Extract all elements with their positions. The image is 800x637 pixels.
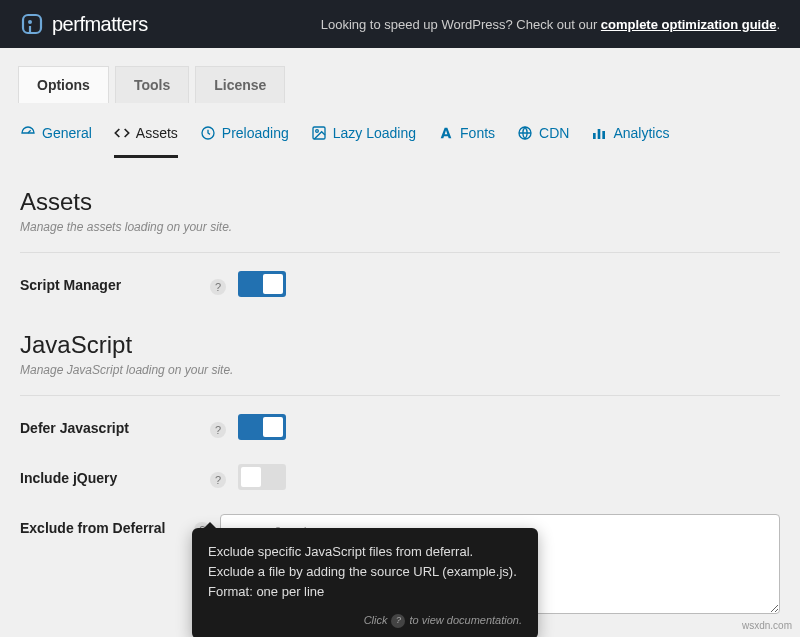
globe-icon <box>517 125 533 141</box>
tooltip-footer: Click ? to view documentation. <box>208 612 522 629</box>
font-icon <box>438 125 454 141</box>
subtab-assets[interactable]: Assets <box>114 125 178 158</box>
image-icon <box>311 125 327 141</box>
svg-rect-6 <box>593 133 596 139</box>
tab-tools[interactable]: Tools <box>115 66 189 103</box>
help-icon[interactable]: ? <box>210 279 226 295</box>
help-icon[interactable]: ? <box>210 422 226 438</box>
brand-name: perfmatters <box>52 13 148 36</box>
divider <box>20 395 780 396</box>
javascript-desc: Manage JavaScript loading on your site. <box>20 363 780 377</box>
code-icon <box>114 125 130 141</box>
top-tabs: Options Tools License <box>18 66 800 103</box>
field-include-jquery: Include jQuery ? <box>20 464 780 490</box>
svg-point-4 <box>315 130 318 133</box>
sub-tabs: General Assets Preloading Lazy Loading F… <box>18 125 800 158</box>
field-script-manager: Script Manager ? <box>20 271 780 297</box>
help-tooltip: Exclude specific JavaScript files from d… <box>192 528 538 637</box>
clock-icon <box>200 125 216 141</box>
header-promo: Looking to speed up WordPress? Check out… <box>321 17 780 32</box>
script-manager-toggle[interactable] <box>238 271 286 297</box>
tab-license[interactable]: License <box>195 66 285 103</box>
help-icon: ? <box>391 614 405 628</box>
field-defer-javascript: Defer Javascript ? <box>20 414 780 440</box>
subtab-lazyloading[interactable]: Lazy Loading <box>311 125 416 158</box>
assets-section: Assets Manage the assets loading on your… <box>18 158 800 297</box>
subtab-cdn[interactable]: CDN <box>517 125 569 158</box>
include-jquery-toggle[interactable] <box>238 464 286 490</box>
svg-rect-8 <box>603 131 606 139</box>
promo-link[interactable]: complete optimization guide <box>601 17 777 32</box>
javascript-title: JavaScript <box>20 331 780 359</box>
gauge-icon <box>20 125 36 141</box>
svg-rect-7 <box>598 129 601 139</box>
assets-desc: Manage the assets loading on your site. <box>20 220 780 234</box>
logo-icon <box>20 12 44 36</box>
help-icon[interactable]: ? <box>210 472 226 488</box>
svg-rect-0 <box>23 15 41 33</box>
subtab-general[interactable]: General <box>20 125 92 158</box>
assets-title: Assets <box>20 188 780 216</box>
app-header: perfmatters Looking to speed up WordPres… <box>0 0 800 48</box>
watermark: wsxdn.com <box>742 620 792 631</box>
defer-javascript-toggle[interactable] <box>238 414 286 440</box>
chart-icon <box>591 125 607 141</box>
tab-options[interactable]: Options <box>18 66 109 103</box>
svg-point-1 <box>28 20 32 24</box>
divider <box>20 252 780 253</box>
subtab-preloading[interactable]: Preloading <box>200 125 289 158</box>
subtab-analytics[interactable]: Analytics <box>591 125 669 158</box>
tooltip-body: Exclude specific JavaScript files from d… <box>208 542 522 602</box>
brand-logo: perfmatters <box>20 12 148 36</box>
subtab-fonts[interactable]: Fonts <box>438 125 495 158</box>
